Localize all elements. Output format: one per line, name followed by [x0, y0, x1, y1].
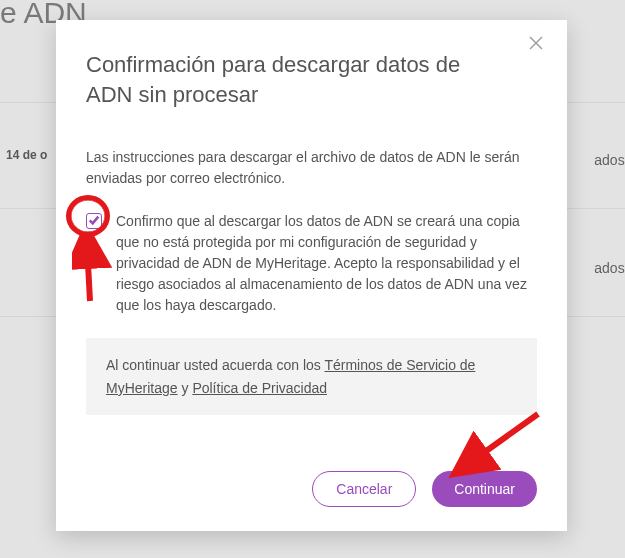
continue-button[interactable]: Continuar	[432, 471, 537, 507]
modal-button-row: Cancelar Continuar	[86, 445, 537, 507]
modal-intro-text: Las instrucciones para descargar el arch…	[86, 147, 537, 189]
cancel-button[interactable]: Cancelar	[312, 471, 416, 507]
download-dna-modal: Confirmación para descargar datos de ADN…	[56, 20, 567, 531]
check-icon	[88, 212, 100, 230]
modal-title: Confirmación para descargar datos de ADN…	[86, 50, 537, 109]
consent-row: Confirmo que al descargar los datos de A…	[86, 211, 537, 316]
legal-prefix: Al continuar usted acuerda con los	[106, 357, 324, 373]
close-icon	[529, 36, 543, 53]
legal-joiner: y	[178, 380, 193, 396]
privacy-link[interactable]: Política de Privacidad	[192, 380, 327, 396]
consent-text: Confirmo que al descargar los datos de A…	[116, 211, 537, 316]
close-button[interactable]	[529, 36, 549, 56]
legal-agreement-box: Al continuar usted acuerda con los Térmi…	[86, 338, 537, 415]
consent-checkbox[interactable]	[86, 213, 102, 229]
